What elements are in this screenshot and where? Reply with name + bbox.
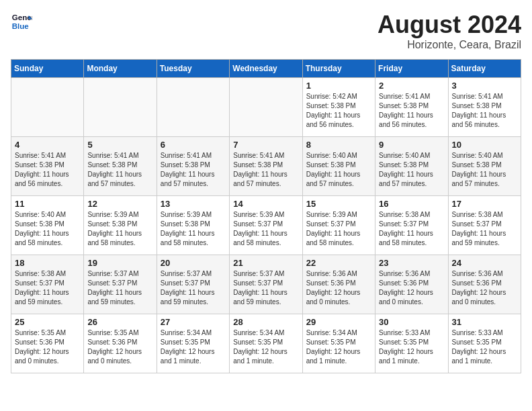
calendar-cell: 11Sunrise: 5:40 AM Sunset: 5:38 PM Dayli…: [11, 196, 84, 255]
page-header: General Blue August 2024 Horizonte, Cear…: [11, 11, 521, 51]
day-info: Sunrise: 5:37 AM Sunset: 5:37 PM Dayligh…: [87, 269, 152, 307]
weekday-wednesday: Wednesday: [230, 60, 302, 78]
calendar-cell: 5Sunrise: 5:41 AM Sunset: 5:38 PM Daylig…: [84, 137, 157, 196]
day-info: Sunrise: 5:37 AM Sunset: 5:37 PM Dayligh…: [233, 269, 298, 307]
calendar-table: SundayMondayTuesdayWednesdayThursdayFrid…: [11, 59, 521, 373]
calendar-cell: 31Sunrise: 5:33 AM Sunset: 5:35 PM Dayli…: [448, 314, 521, 373]
calendar-cell: [11, 78, 84, 137]
day-info: Sunrise: 5:40 AM Sunset: 5:38 PM Dayligh…: [306, 151, 371, 189]
day-number: 13: [161, 199, 226, 209]
day-number: 28: [233, 317, 298, 327]
day-info: Sunrise: 5:39 AM Sunset: 5:37 PM Dayligh…: [233, 210, 298, 248]
day-number: 20: [161, 258, 226, 268]
logo-icon: General Blue: [11, 11, 32, 32]
day-number: 15: [306, 199, 371, 209]
calendar-cell: 1Sunrise: 5:42 AM Sunset: 5:38 PM Daylig…: [302, 78, 375, 137]
calendar-cell: [230, 78, 302, 137]
calendar-cell: 30Sunrise: 5:33 AM Sunset: 5:35 PM Dayli…: [375, 314, 448, 373]
calendar-cell: 22Sunrise: 5:36 AM Sunset: 5:36 PM Dayli…: [302, 255, 375, 314]
calendar-cell: 29Sunrise: 5:34 AM Sunset: 5:35 PM Dayli…: [302, 314, 375, 373]
day-number: 10: [452, 140, 517, 150]
day-info: Sunrise: 5:38 AM Sunset: 5:37 PM Dayligh…: [452, 210, 517, 248]
day-number: 31: [452, 317, 517, 327]
day-number: 29: [306, 317, 371, 327]
day-info: Sunrise: 5:41 AM Sunset: 5:38 PM Dayligh…: [452, 92, 517, 130]
logo: General Blue: [11, 11, 32, 32]
day-number: 14: [233, 199, 298, 209]
day-number: 1: [306, 81, 371, 91]
day-number: 8: [306, 140, 371, 150]
day-info: Sunrise: 5:40 AM Sunset: 5:38 PM Dayligh…: [452, 151, 517, 189]
calendar-cell: 24Sunrise: 5:36 AM Sunset: 5:36 PM Dayli…: [448, 255, 521, 314]
calendar-cell: 28Sunrise: 5:34 AM Sunset: 5:35 PM Dayli…: [230, 314, 302, 373]
calendar-cell: [84, 78, 157, 137]
weekday-header-row: SundayMondayTuesdayWednesdayThursdayFrid…: [11, 60, 521, 78]
day-info: Sunrise: 5:39 AM Sunset: 5:38 PM Dayligh…: [161, 210, 226, 248]
day-number: 5: [87, 140, 152, 150]
day-number: 24: [452, 258, 517, 268]
day-number: 3: [452, 81, 517, 91]
day-info: Sunrise: 5:37 AM Sunset: 5:37 PM Dayligh…: [161, 269, 226, 307]
day-info: Sunrise: 5:41 AM Sunset: 5:38 PM Dayligh…: [161, 151, 226, 189]
day-number: 6: [161, 140, 226, 150]
day-number: 4: [15, 140, 80, 150]
weekday-thursday: Thursday: [302, 60, 375, 78]
week-row-5: 25Sunrise: 5:35 AM Sunset: 5:36 PM Dayli…: [11, 314, 521, 373]
day-info: Sunrise: 5:36 AM Sunset: 5:36 PM Dayligh…: [452, 269, 517, 307]
day-number: 25: [15, 317, 80, 327]
day-info: Sunrise: 5:38 AM Sunset: 5:37 PM Dayligh…: [15, 269, 80, 307]
calendar-cell: 20Sunrise: 5:37 AM Sunset: 5:37 PM Dayli…: [157, 255, 229, 314]
day-number: 19: [87, 258, 152, 268]
calendar-cell: 10Sunrise: 5:40 AM Sunset: 5:38 PM Dayli…: [448, 137, 521, 196]
week-row-1: 1Sunrise: 5:42 AM Sunset: 5:38 PM Daylig…: [11, 78, 521, 137]
day-info: Sunrise: 5:40 AM Sunset: 5:38 PM Dayligh…: [15, 210, 80, 248]
svg-text:Blue: Blue: [12, 22, 30, 30]
calendar-cell: 15Sunrise: 5:39 AM Sunset: 5:37 PM Dayli…: [302, 196, 375, 255]
calendar-cell: 3Sunrise: 5:41 AM Sunset: 5:38 PM Daylig…: [448, 78, 521, 137]
day-info: Sunrise: 5:35 AM Sunset: 5:36 PM Dayligh…: [87, 328, 152, 366]
day-info: Sunrise: 5:34 AM Sunset: 5:35 PM Dayligh…: [161, 328, 226, 366]
calendar-cell: 17Sunrise: 5:38 AM Sunset: 5:37 PM Dayli…: [448, 196, 521, 255]
weekday-friday: Friday: [375, 60, 448, 78]
calendar-cell: 14Sunrise: 5:39 AM Sunset: 5:37 PM Dayli…: [230, 196, 302, 255]
week-row-2: 4Sunrise: 5:41 AM Sunset: 5:38 PM Daylig…: [11, 137, 521, 196]
day-number: 16: [379, 199, 444, 209]
calendar-cell: 25Sunrise: 5:35 AM Sunset: 5:36 PM Dayli…: [11, 314, 84, 373]
calendar-cell: 4Sunrise: 5:41 AM Sunset: 5:38 PM Daylig…: [11, 137, 84, 196]
day-number: 23: [379, 258, 444, 268]
day-info: Sunrise: 5:33 AM Sunset: 5:35 PM Dayligh…: [379, 328, 444, 366]
day-number: 2: [379, 81, 444, 91]
calendar-cell: 13Sunrise: 5:39 AM Sunset: 5:38 PM Dayli…: [157, 196, 229, 255]
calendar-cell: 27Sunrise: 5:34 AM Sunset: 5:35 PM Dayli…: [157, 314, 229, 373]
day-info: Sunrise: 5:41 AM Sunset: 5:38 PM Dayligh…: [233, 151, 298, 189]
day-info: Sunrise: 5:41 AM Sunset: 5:38 PM Dayligh…: [87, 151, 152, 189]
weekday-sunday: Sunday: [11, 60, 84, 78]
calendar-cell: 8Sunrise: 5:40 AM Sunset: 5:38 PM Daylig…: [302, 137, 375, 196]
weekday-monday: Monday: [84, 60, 157, 78]
day-info: Sunrise: 5:39 AM Sunset: 5:37 PM Dayligh…: [306, 210, 371, 248]
day-info: Sunrise: 5:35 AM Sunset: 5:36 PM Dayligh…: [15, 328, 80, 366]
day-info: Sunrise: 5:36 AM Sunset: 5:36 PM Dayligh…: [306, 269, 371, 307]
day-number: 12: [87, 199, 152, 209]
calendar-cell: 9Sunrise: 5:40 AM Sunset: 5:38 PM Daylig…: [375, 137, 448, 196]
day-info: Sunrise: 5:39 AM Sunset: 5:38 PM Dayligh…: [87, 210, 152, 248]
day-info: Sunrise: 5:34 AM Sunset: 5:35 PM Dayligh…: [233, 328, 298, 366]
calendar-body: 1Sunrise: 5:42 AM Sunset: 5:38 PM Daylig…: [11, 78, 521, 373]
day-number: 18: [15, 258, 80, 268]
calendar-cell: [157, 78, 229, 137]
calendar-cell: 16Sunrise: 5:38 AM Sunset: 5:37 PM Dayli…: [375, 196, 448, 255]
day-number: 27: [161, 317, 226, 327]
calendar-cell: 18Sunrise: 5:38 AM Sunset: 5:37 PM Dayli…: [11, 255, 84, 314]
day-number: 11: [15, 199, 80, 209]
day-info: Sunrise: 5:40 AM Sunset: 5:38 PM Dayligh…: [379, 151, 444, 189]
calendar-cell: 2Sunrise: 5:41 AM Sunset: 5:38 PM Daylig…: [375, 78, 448, 137]
day-info: Sunrise: 5:36 AM Sunset: 5:36 PM Dayligh…: [379, 269, 444, 307]
day-info: Sunrise: 5:33 AM Sunset: 5:35 PM Dayligh…: [452, 328, 517, 366]
calendar-cell: 26Sunrise: 5:35 AM Sunset: 5:36 PM Dayli…: [84, 314, 157, 373]
day-info: Sunrise: 5:38 AM Sunset: 5:37 PM Dayligh…: [379, 210, 444, 248]
day-info: Sunrise: 5:41 AM Sunset: 5:38 PM Dayligh…: [15, 151, 80, 189]
weekday-saturday: Saturday: [448, 60, 521, 78]
day-number: 21: [233, 258, 298, 268]
day-number: 26: [87, 317, 152, 327]
week-row-3: 11Sunrise: 5:40 AM Sunset: 5:38 PM Dayli…: [11, 196, 521, 255]
